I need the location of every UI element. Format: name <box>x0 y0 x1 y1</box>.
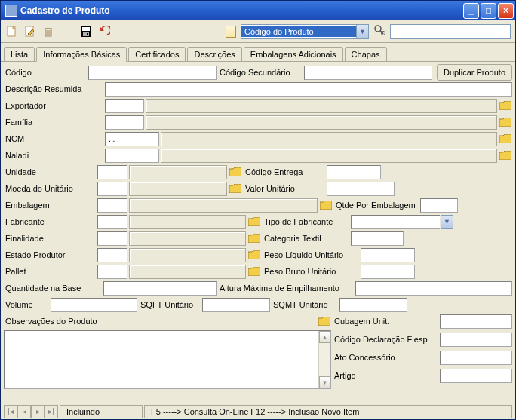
search-lookup-icon[interactable] <box>373 24 385 38</box>
moeda-code-input[interactable] <box>97 182 127 196</box>
sqft-input[interactable] <box>202 298 270 312</box>
finalidade-lookup-icon[interactable] <box>247 231 261 245</box>
close-button[interactable]: × <box>498 3 514 19</box>
naladi-input[interactable] <box>105 149 159 163</box>
valor-unit-input[interactable] <box>327 182 395 196</box>
qtde-emb-input[interactable] <box>420 198 458 213</box>
svg-point-11 <box>375 26 381 32</box>
peso-liq-input[interactable] <box>361 248 415 262</box>
familia-lookup-icon[interactable] <box>499 115 512 129</box>
pallet-code-input[interactable] <box>97 265 127 279</box>
peso-bruto-label: Peso Bruto Unitário <box>263 264 359 279</box>
exportador-lookup-icon[interactable] <box>499 99 512 112</box>
ncm-input[interactable]: . . . <box>105 132 159 146</box>
svg-rect-8 <box>82 27 90 31</box>
minimize-button[interactable]: _ <box>463 3 479 19</box>
sqmt-label: SQMT Unitário <box>272 297 338 312</box>
duplicar-button[interactable]: Duplicar Produto <box>437 64 512 81</box>
tipo-fab-arrow-icon[interactable]: ▼ <box>441 215 453 229</box>
familia-code-input[interactable] <box>105 115 144 130</box>
codigo-input[interactable] <box>88 66 217 80</box>
status-help: F5 -----> Consulta On-Line F12 -----> In… <box>144 405 512 418</box>
cod-entrega-label: Código Entrega <box>244 164 325 179</box>
obs-label: Observações do Produto <box>4 314 117 329</box>
codigo-label: Código <box>4 65 87 80</box>
peso-bruto-input[interactable] <box>361 265 415 279</box>
nav-prev-button[interactable]: ◂ <box>17 405 31 418</box>
ncm-label: NCM <box>4 131 103 146</box>
categoria-input[interactable] <box>351 231 404 246</box>
naladi-lookup-icon[interactable] <box>499 149 512 162</box>
alt-max-input[interactable] <box>355 281 512 296</box>
tab-embalagens[interactable]: Embalagens Adicionais <box>244 47 343 61</box>
titlebar: Cadastro de Produto _ □ × <box>1 1 515 20</box>
sqft-label: SQFT Unitário <box>139 297 201 312</box>
tab-chapas[interactable]: Chapas <box>345 47 387 61</box>
alt-max-label: Altura Máxima de Empilhamento <box>218 281 354 296</box>
ncm-lookup-icon[interactable] <box>499 132 512 146</box>
obs-lookup-icon[interactable] <box>318 314 331 328</box>
embalagem-code-input[interactable] <box>97 198 127 213</box>
valor-unit-label: Valor Unitário <box>244 181 325 196</box>
nav-first-button[interactable]: |◂ <box>4 405 17 418</box>
cubagem-input[interactable] <box>440 314 512 329</box>
nav-last-button[interactable]: ▸| <box>45 405 58 418</box>
unidade-label: Unidade <box>4 164 96 179</box>
artigo-input[interactable] <box>440 369 512 383</box>
finalidade-code-input[interactable] <box>97 231 127 246</box>
app-window: Cadastro de Produto _ □ × Código do Prod… <box>0 0 516 420</box>
scroll-down-icon[interactable]: ▼ <box>319 376 330 388</box>
obs-textarea[interactable]: ▲ ▼ <box>4 330 331 389</box>
tipo-fab-combo[interactable] <box>351 215 440 229</box>
unidade-code-input[interactable] <box>97 165 127 179</box>
ato-input[interactable] <box>440 351 512 365</box>
cubagem-label: Cubagem Unit. <box>333 314 438 329</box>
fiesp-input[interactable] <box>440 333 512 347</box>
scroll-up-icon[interactable]: ▲ <box>319 331 330 343</box>
estado-desc <box>129 248 246 262</box>
tab-informacoes-basicas[interactable]: Informações Básicas <box>36 47 127 62</box>
estado-lookup-icon[interactable] <box>247 248 261 262</box>
tab-descricoes[interactable]: Descrições <box>187 47 241 61</box>
window-title: Cadastro de Produto <box>20 5 110 16</box>
search-combo-selection: Código do Produto <box>241 26 356 37</box>
maximize-button[interactable]: □ <box>481 3 496 19</box>
search-field-combo[interactable]: Código do Produto ▼ <box>241 24 369 39</box>
exportador-label: Exportador <box>4 98 103 113</box>
undo-icon[interactable] <box>97 25 111 38</box>
artigo-label: Artigo <box>333 368 438 383</box>
embalagem-desc <box>129 198 318 213</box>
ncm-desc <box>161 132 497 146</box>
embalagem-lookup-icon[interactable] <box>319 198 333 212</box>
finalidade-label: Finalidade <box>4 231 96 246</box>
sqmt-input[interactable] <box>339 298 407 312</box>
new-icon[interactable] <box>5 25 19 38</box>
tab-lista[interactable]: Lista <box>4 47 35 61</box>
moeda-lookup-icon[interactable] <box>229 182 242 195</box>
qtd-base-input[interactable] <box>103 281 217 296</box>
peso-liq-label: Peso Líquido Unitário <box>263 247 359 262</box>
codigo-sec-input[interactable] <box>304 66 432 80</box>
nav-next-button[interactable]: ▸ <box>31 405 45 418</box>
estado-code-input[interactable] <box>97 248 127 262</box>
descricao-label: Descrição Resumida <box>4 81 103 97</box>
exportador-code-input[interactable] <box>105 99 144 113</box>
pallet-lookup-icon[interactable] <box>247 265 261 278</box>
codigo-sec-label: Código Secundário <box>218 65 303 80</box>
edit-icon[interactable] <box>23 25 37 38</box>
volume-input[interactable] <box>51 298 137 312</box>
fiesp-label: Código Declaração Fiesp <box>333 332 438 347</box>
fabricante-lookup-icon[interactable] <box>247 215 261 228</box>
save-icon[interactable] <box>79 25 93 38</box>
cod-entrega-input[interactable] <box>327 165 381 179</box>
search-input[interactable] <box>390 24 511 39</box>
familia-desc <box>146 115 497 130</box>
obs-scrollbar[interactable]: ▲ ▼ <box>318 331 330 388</box>
fabricante-code-input[interactable] <box>97 215 127 229</box>
categoria-label: Categoria Textil <box>263 231 349 246</box>
delete-icon[interactable] <box>41 25 55 38</box>
unidade-lookup-icon[interactable] <box>229 165 242 179</box>
descricao-input[interactable] <box>105 82 512 97</box>
tab-certificados[interactable]: Certificados <box>128 47 186 61</box>
combo-arrow-icon[interactable]: ▼ <box>356 25 368 38</box>
